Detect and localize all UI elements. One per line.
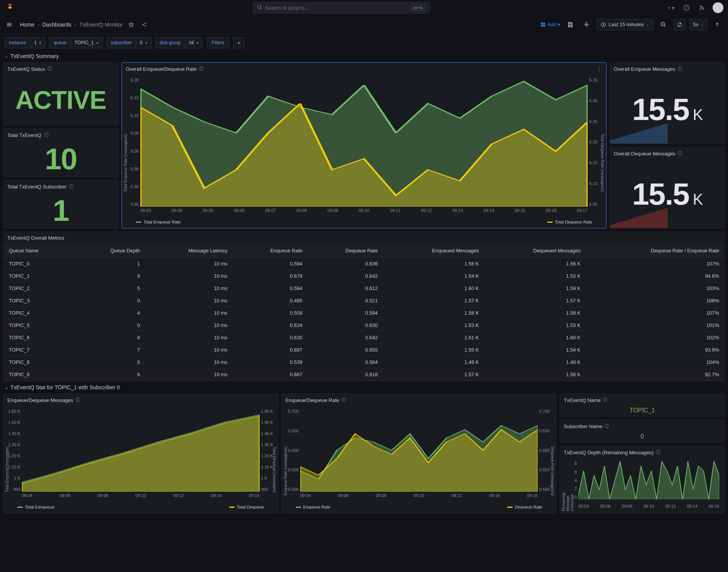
- timerange-picker[interactable]: Last 15 minutes ⌄: [596, 19, 653, 30]
- info-icon: ⓘ: [44, 132, 48, 138]
- info-icon: ⓘ: [342, 397, 346, 404]
- panel-enqueue-messages[interactable]: Overall Enqueue Messagesⓘ 15.5K: [610, 62, 725, 144]
- svg-rect-8: [543, 25, 545, 27]
- total-subscriber-value: 1: [53, 193, 68, 228]
- chevron-down-icon: ⌄: [5, 385, 8, 390]
- filters-button[interactable]: Filters: [207, 37, 229, 48]
- var-queue[interactable]: queue TOPIC_1: [49, 37, 102, 48]
- table-row[interactable]: TOPIC_5010 ms0.6240.6301.53 K1.53 K101%: [3, 319, 725, 332]
- panel-total-subscriber[interactable]: Total TxEventQ Subscriberⓘ 1: [3, 180, 118, 228]
- topbar: ctrl+k + ▾ ?: [0, 0, 728, 15]
- ed-rate-chart: Enqueue Rate (messages/s) Dequeue Rate (…: [282, 407, 556, 513]
- txeventq-name-value: TOPIC_1: [630, 407, 655, 414]
- table-row[interactable]: TOPIC_0110 ms0.5940.6361.56 K1.56 K107%: [3, 258, 725, 270]
- panel-depth[interactable]: TxEventQ Depth (Remaining Messages)ⓘ Rem…: [560, 446, 725, 514]
- save-icon[interactable]: [564, 19, 576, 30]
- info-icon: ⓘ: [69, 183, 73, 190]
- svg-text:?: ?: [685, 6, 687, 10]
- panel-menu-icon[interactable]: ⋮: [596, 66, 602, 72]
- refresh-button[interactable]: [673, 19, 686, 30]
- table-row[interactable]: TOPIC_1910 ms0.6790.6421.54 K1.53 K94.6%: [3, 270, 725, 282]
- refresh-interval[interactable]: 5s ⌄: [690, 19, 707, 30]
- info-icon: ⓘ: [199, 66, 203, 72]
- breadcrumb-current: TxEventQ Monitor: [79, 22, 123, 28]
- panel-overall-metrics[interactable]: TxEventQ Overall Metrics Queue NameQueue…: [3, 232, 725, 381]
- share-icon[interactable]: [140, 20, 149, 29]
- breadcrumb-dashboards[interactable]: Dashboards: [42, 22, 72, 28]
- var-diskgroup[interactable]: disk group All: [155, 37, 203, 48]
- panel-dequeue-messages[interactable]: Overall Dequeue Messagesⓘ 15.5K: [610, 147, 725, 228]
- kiosk-icon[interactable]: [711, 19, 723, 30]
- table-row[interactable]: TOPIC_9810 ms0.6670.6181.57 K1.56 K92.7%: [3, 369, 725, 381]
- grafana-logo[interactable]: [5, 2, 15, 13]
- search-kbd: ctrl+k: [410, 5, 425, 11]
- table-row[interactable]: TOPIC_3010 ms0.4850.5211.57 K1.57 K108%: [3, 295, 725, 307]
- panel-overall-rate[interactable]: Overall Enqueue/Dequeue Rate ⓘ ⋮ Total E…: [122, 62, 606, 228]
- subscriber-name-value: 0: [641, 433, 644, 440]
- table-row[interactable]: TOPIC_2510 ms0.5940.6121.60 K1.59 K103%: [3, 282, 725, 295]
- info-icon: ⓘ: [47, 66, 52, 72]
- panel-ed-messages[interactable]: Enqueue/Dequeue Messagesⓘ Total Enqueue …: [3, 394, 278, 514]
- panel-subscriber-name[interactable]: Subscriber Nameⓘ 0: [560, 420, 725, 443]
- svg-rect-5: [541, 22, 543, 24]
- info-icon: ⓘ: [678, 150, 682, 157]
- total-txeventq-value: 10: [45, 142, 77, 177]
- menu-icon[interactable]: [5, 20, 14, 29]
- table-row[interactable]: TOPIC_7710 ms0.6970.6551.55 K1.54 K93.9%: [3, 344, 725, 356]
- star-icon[interactable]: [127, 20, 136, 29]
- search-input[interactable]: [265, 5, 410, 11]
- variables-bar: instance 1 queue TOPIC_1 subscriber 0 di…: [0, 34, 728, 52]
- panel-total-txeventq[interactable]: Total TxEventQⓘ 10: [3, 128, 118, 177]
- table-row[interactable]: TOPIC_8010 ms0.5390.5641.48 K1.48 K104%: [3, 356, 725, 369]
- var-subscriber[interactable]: subscriber 0: [107, 37, 152, 48]
- panel-txeventq-name[interactable]: TxEventQ Nameⓘ TOPIC_1: [560, 394, 725, 417]
- table-row[interactable]: TOPIC_6810 ms0.6300.6421.61 K1.60 K102%: [3, 332, 725, 344]
- plus-menu-icon[interactable]: + ▾: [666, 3, 676, 12]
- navbar: Home › Dashboards › TxEventQ Monitor Add…: [0, 15, 728, 34]
- zoom-out-icon[interactable]: [657, 19, 670, 30]
- info-icon: ⓘ: [605, 423, 609, 430]
- global-search[interactable]: ctrl+k: [253, 2, 430, 13]
- row-toggle-summary[interactable]: ⌄ TxEventQ Summary: [0, 52, 728, 61]
- add-panel-button[interactable]: Add ▾: [540, 22, 560, 27]
- info-icon: ⓘ: [678, 66, 682, 72]
- svg-rect-6: [543, 22, 545, 24]
- panel-ed-rate[interactable]: Enqueue/Dequeue Rateⓘ Enqueue Rate (mess…: [282, 394, 557, 514]
- row-toggle-stat[interactable]: ⌄ TxEventQ Stat for TOPIC_1 with Subscri…: [0, 383, 728, 392]
- breadcrumb: Home › Dashboards › TxEventQ Monitor: [20, 22, 123, 28]
- chevron-down-icon: ⌄: [5, 54, 8, 59]
- metrics-table: Queue NameQueue DepthMessage LatencyEnqu…: [3, 244, 725, 381]
- overall-rate-chart: Total Enqueue Rate (messages/s) Total De…: [122, 75, 606, 228]
- ed-messages-chart: Total Enqueue (messages) Total Dequeue (…: [3, 407, 278, 513]
- add-filter-button[interactable]: +: [233, 37, 245, 48]
- rss-icon[interactable]: [697, 3, 706, 12]
- depth-chart: Remaining Message (message 86420 09:0409…: [560, 459, 725, 513]
- svg-rect-7: [541, 25, 543, 27]
- info-icon: ⓘ: [603, 397, 608, 404]
- breadcrumb-home[interactable]: Home: [20, 22, 34, 28]
- panel-status[interactable]: TxEventQ Statusⓘ ACTIVE: [3, 62, 118, 125]
- table-row[interactable]: TOPIC_4410 ms0.5580.5941.58 K1.58 K107%: [3, 307, 725, 319]
- status-value: ACTIVE: [15, 85, 106, 115]
- help-icon[interactable]: ?: [682, 3, 691, 12]
- search-icon: [257, 5, 262, 11]
- svg-point-9: [586, 24, 587, 25]
- info-icon: ⓘ: [656, 449, 660, 456]
- settings-icon[interactable]: [580, 19, 593, 30]
- var-instance[interactable]: instance 1: [5, 37, 45, 48]
- user-avatar[interactable]: [713, 2, 723, 13]
- info-icon: ⓘ: [75, 397, 80, 404]
